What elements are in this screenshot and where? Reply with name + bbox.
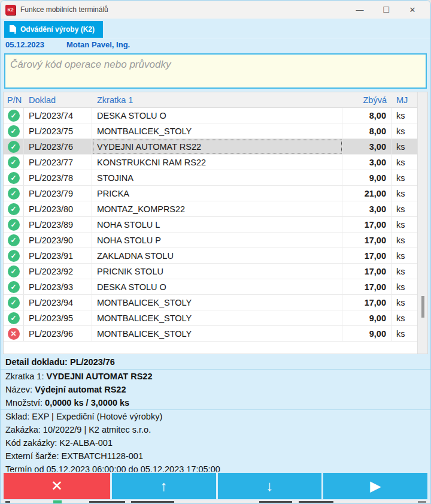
detail-line: Externí šarže: EXTBATCH1128-001	[1, 449, 430, 463]
title-bar: K2 Funkce mobilních terminálů — ☐ ✕	[1, 1, 430, 19]
table-row[interactable]: ✓ PL/2023/90 NOHA STOLU P 17,00 ks	[4, 233, 417, 248]
table-row[interactable]: ✕ PL/2023/96 MONTBALICEK_STOLY 9,00 ks	[4, 326, 417, 342]
cell-mj: ks	[391, 264, 417, 279]
table-row[interactable]: ✓ PL/2023/95 MONTBALICEK_STOLY 9,00 ks	[4, 310, 417, 326]
cell-doklad: PL/2023/96	[24, 326, 92, 341]
detail-line: Zkratka 1: VYDEJNI AUTOMAT RS22	[1, 370, 430, 383]
detail-panel: Detail dokladu: PL/2023/76 Zkratka 1: VY…	[1, 354, 430, 472]
cell-zkratka: MONTBALICEK_STOLY	[92, 123, 342, 138]
window-title: Funkce mobilních terminálů	[20, 5, 108, 14]
detail-label: Termín od 05.12.2023 06:00:00 do 05.12.2…	[5, 464, 220, 472]
column-header-mj: MJ	[391, 95, 417, 105]
cell-zkratka: MONTBALICEK_STOLY	[92, 310, 342, 325]
cell-zkratka: VYDEJNI AUTOMAT RS22	[92, 139, 342, 154]
cell-doklad: PL/2023/94	[24, 295, 92, 310]
minimize-button[interactable]: —	[347, 1, 373, 19]
table-row[interactable]: ✓ PL/2023/74 DESKA STOLU O 8,00 ks	[4, 108, 417, 123]
cell-zbyva: 17,00	[342, 217, 391, 232]
cell-doklad: PL/2023/89	[24, 217, 92, 232]
cell-zbyva: 17,00	[342, 279, 391, 294]
detail-label: Množství:	[5, 398, 43, 408]
cell-zkratka: NOHA STOLU P	[92, 233, 342, 248]
cell-doklad: PL/2023/76	[24, 139, 92, 154]
cell-doklad: PL/2023/92	[24, 264, 92, 279]
status-ok-icon: ✓	[8, 219, 20, 231]
button-glyph-icon: ✕	[51, 479, 63, 493]
table-row[interactable]: ✓ PL/2023/80 MONTAZ_KOMPRS22 3,00 ks	[4, 201, 417, 217]
button-glyph-icon: ▶	[370, 479, 381, 493]
detail-line: Sklad: EXP | Expediční (Hotové výrobky)	[1, 410, 430, 423]
close-button[interactable]: ✕	[399, 1, 426, 19]
cell-mj: ks	[391, 279, 417, 294]
scan-input-area	[1, 51, 430, 92]
document-icon	[10, 25, 16, 34]
vertical-scrollbar[interactable]	[417, 92, 427, 354]
cell-mj: ks	[391, 123, 417, 138]
info-bar: 05.12.2023 Motan Pavel, Ing.	[1, 38, 430, 51]
status-ok-icon: ✓	[8, 312, 20, 324]
tab-bar: Odvádění výroby (K2)	[1, 19, 430, 38]
detail-label: Název:	[5, 385, 32, 394]
cell-zkratka: MONTAZ_KOMPRS22	[92, 201, 342, 216]
table-row[interactable]: ✓ PL/2023/93 DESKA STOLU O 17,00 ks	[4, 279, 417, 295]
move-down-button[interactable]: ↓	[218, 473, 322, 499]
detail-label: Zakázka:	[5, 425, 41, 434]
background-window-sliver	[1, 500, 430, 503]
status-ok-icon: ✓	[8, 265, 20, 277]
detail-label: Kód zakázky:	[5, 438, 57, 448]
table-row[interactable]: ✓ PL/2023/75 MONTBALICEK_STOLY 8,00 ks	[4, 123, 417, 139]
table-row[interactable]: ✓ PL/2023/94 MONTBALICEK_STOLY 17,00 ks	[4, 295, 417, 310]
cell-doklad: PL/2023/77	[24, 155, 92, 170]
table-row[interactable]: ✓ PL/2023/79 PRICKA 21,00 ks	[4, 186, 417, 201]
table-row[interactable]: ✓ PL/2023/78 STOJINA 9,00 ks	[4, 170, 417, 186]
cell-doklad: PL/2023/80	[24, 201, 92, 216]
tab-odvadeni-vyroby[interactable]: Odvádění výroby (K2)	[4, 21, 103, 38]
barcode-input[interactable]	[4, 53, 427, 89]
window-controls: — ☐ ✕	[347, 1, 426, 19]
cell-zkratka: ZAKLADNA STOLU	[92, 248, 342, 263]
cell-zbyva: 17,00	[342, 264, 391, 279]
cell-zkratka: STOJINA	[92, 170, 342, 185]
cell-mj: ks	[391, 201, 417, 216]
table-row[interactable]: ✓ PL/2023/76 VYDEJNI AUTOMAT RS22 3,00 k…	[4, 139, 417, 155]
cell-zbyva: 17,00	[342, 295, 391, 310]
cell-doklad: PL/2023/79	[24, 186, 92, 201]
status-ok-icon: ✓	[8, 172, 20, 184]
user-label: Motan Pavel, Ing.	[66, 40, 130, 49]
cell-zkratka: MONTBALICEK_STOLY	[92, 326, 342, 341]
cell-mj: ks	[391, 326, 417, 341]
table-row[interactable]: ✓ PL/2023/92 PRICNIK STOLU 17,00 ks	[4, 264, 417, 279]
date-label: 05.12.2023	[5, 40, 66, 49]
cell-zkratka: DESKA STOLU O	[92, 279, 342, 294]
cell-doklad: PL/2023/75	[24, 123, 92, 138]
detail-line: Zakázka: 10/2022/9 | K2 atmitec s.r.o.	[1, 423, 430, 436]
detail-label: Zkratka 1:	[5, 372, 44, 381]
cell-zbyva: 17,00	[342, 248, 391, 263]
cell-mj: ks	[391, 186, 417, 201]
cell-zbyva: 8,00	[342, 108, 391, 123]
column-header-pn: P/N	[4, 95, 24, 105]
move-up-button[interactable]: ↑	[112, 473, 216, 499]
scrollbar-thumb[interactable]	[421, 296, 424, 318]
button-glyph-icon: ↓	[266, 479, 273, 493]
k2-logo-icon: K2	[5, 5, 16, 15]
cell-doklad: PL/2023/74	[24, 108, 92, 123]
cell-zbyva: 3,00	[342, 155, 391, 170]
table-row[interactable]: ✓ PL/2023/91 ZAKLADNA STOLU 17,00 ks	[4, 248, 417, 264]
detail-value: 10/2022/9 | K2 atmitec s.r.o.	[41, 425, 151, 434]
status-ok-icon: ✓	[8, 203, 20, 215]
cell-mj: ks	[391, 248, 417, 263]
cell-zbyva: 8,00	[342, 123, 391, 138]
detail-value: 0,0000 ks / 3,0000 ks	[43, 398, 129, 408]
confirm-button[interactable]: ▶	[323, 473, 427, 499]
status-ok-icon: ✓	[8, 188, 20, 200]
table-row[interactable]: ✓ PL/2023/89 NOHA STOLU L 17,00 ks	[4, 217, 417, 233]
column-header-zbyva: Zbývá	[342, 95, 391, 105]
app-window: K2 Funkce mobilních terminálů — ☐ ✕ Odvá…	[0, 0, 431, 504]
detail-line: Kód zakázky: K2-ALBA-001	[1, 436, 430, 449]
maximize-button[interactable]: ☐	[373, 1, 399, 19]
cancel-button[interactable]: ✕	[4, 473, 110, 499]
detail-line: Název: Výdejní automat RS22	[1, 383, 430, 396]
cell-mj: ks	[391, 155, 417, 170]
table-row[interactable]: ✓ PL/2023/77 KONSTRUKCNI RAM RS22 3,00 k…	[4, 155, 417, 170]
